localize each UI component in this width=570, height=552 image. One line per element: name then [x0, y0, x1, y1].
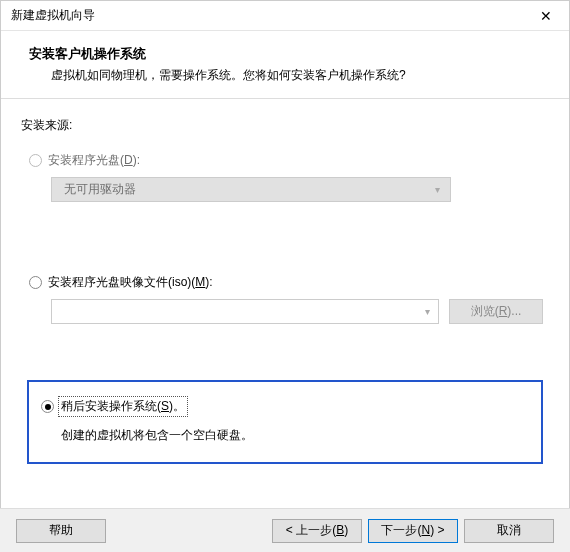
iso-path-combo[interactable]: ▾ [51, 299, 439, 324]
page-title: 安装客户机操作系统 [29, 45, 549, 63]
radio-icon [41, 400, 54, 413]
selected-option-box: 稍后安装操作系统(S)。 创建的虚拟机将包含一个空白硬盘。 [27, 380, 543, 464]
later-hint: 创建的虚拟机将包含一个空白硬盘。 [61, 427, 529, 444]
radio-install-iso[interactable]: 安装程序光盘映像文件(iso)(M): [29, 274, 549, 291]
radio-label: 稍后安装操作系统(S)。 [60, 398, 186, 415]
wizard-footer: 帮助 < 上一步(B) 下一步(N) > 取消 [0, 508, 570, 552]
help-button[interactable]: 帮助 [16, 519, 106, 543]
next-button[interactable]: 下一步(N) > [368, 519, 458, 543]
page-subtitle: 虚拟机如同物理机，需要操作系统。您将如何安装客户机操作系统? [51, 67, 549, 84]
drive-select: 无可用驱动器 ▾ [51, 177, 451, 202]
browse-button: 浏览(R)... [449, 299, 543, 324]
install-source-label: 安装来源: [21, 117, 549, 134]
wizard-body: 安装来源: 安装程序光盘(D): 无可用驱动器 ▾ 安装程序光盘映像文件(iso… [1, 99, 569, 464]
close-icon: ✕ [540, 8, 552, 24]
cancel-button[interactable]: 取消 [464, 519, 554, 543]
radio-install-later[interactable]: 稍后安装操作系统(S)。 [41, 398, 529, 415]
radio-label: 安装程序光盘(D): [48, 152, 140, 169]
wizard-header: 安装客户机操作系统 虚拟机如同物理机，需要操作系统。您将如何安装客户机操作系统? [1, 31, 569, 99]
back-button[interactable]: < 上一步(B) [272, 519, 362, 543]
titlebar: 新建虚拟机向导 ✕ [1, 1, 569, 31]
radio-install-disc: 安装程序光盘(D): [29, 152, 549, 169]
chevron-down-icon: ▾ [435, 184, 440, 195]
radio-icon [29, 276, 42, 289]
drive-select-value: 无可用驱动器 [64, 181, 136, 198]
chevron-down-icon: ▾ [425, 306, 430, 317]
iso-row: ▾ 浏览(R)... [51, 299, 549, 324]
radio-label: 安装程序光盘映像文件(iso)(M): [48, 274, 213, 291]
radio-icon [29, 154, 42, 167]
close-button[interactable]: ✕ [523, 1, 569, 31]
window-title: 新建虚拟机向导 [11, 7, 95, 24]
